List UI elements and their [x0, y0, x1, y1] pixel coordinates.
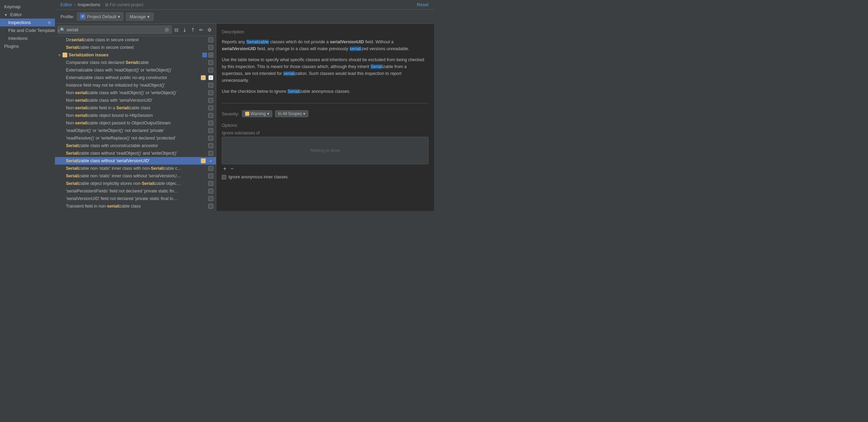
list-item[interactable]: Serializable class without 'readObject()… [55, 149, 216, 157]
item-text: Non-serializable object bound to HttpSes… [66, 113, 207, 118]
item-checkbox[interactable] [208, 181, 213, 186]
list-item[interactable]: Serializable object implicitly stores no… [55, 180, 216, 187]
list-item[interactable]: Serializable class in secure context [55, 44, 216, 51]
item-checkbox[interactable] [208, 151, 213, 156]
selected-list-item[interactable]: Serializable class without 'serialVersio… [55, 157, 216, 165]
item-checkbox[interactable] [208, 37, 213, 42]
sidebar-item-plugins[interactable]: Plugins [0, 42, 55, 50]
sidebar-item-file-code-templates-label: File and Code Templates [8, 28, 58, 33]
profile-dropdown[interactable]: P Project Default ▾ [77, 12, 123, 21]
sidebar-item-inspections[interactable]: Inspections ⎘ [0, 19, 55, 26]
category-severity-badge [202, 53, 207, 57]
highlight-serializable: Serializable [246, 40, 269, 44]
item-checkbox[interactable] [208, 98, 213, 103]
list-item[interactable]: Transient field in non-serializable clas… [55, 202, 216, 210]
category-minus-btn[interactable]: − [208, 53, 213, 57]
scope-value: In All Scopes [278, 111, 302, 116]
item-text: Non-serializable class with 'serialVersi… [66, 98, 207, 103]
profile-chevron-icon: ▾ [118, 14, 120, 19]
remove-button[interactable]: − [229, 166, 235, 172]
item-checkbox[interactable] [208, 113, 213, 118]
list-item[interactable]: Instance field may not be initialized by… [55, 81, 216, 89]
list-item[interactable]: Serializable non-'static' inner class wi… [55, 172, 216, 180]
item-checkbox[interactable] [208, 143, 213, 148]
item-checkbox[interactable] [208, 83, 213, 88]
manage-label: Manage [130, 14, 146, 19]
ignore-anonymous-checkbox[interactable] [222, 175, 226, 179]
add-button[interactable]: + [222, 166, 228, 172]
sidebar-item-plugins-label: Plugins [4, 44, 19, 49]
item-text: Non-serializable field in a Serializable… [66, 106, 207, 110]
list-item[interactable]: Externalizable class without public no-a… [55, 74, 216, 81]
list-item[interactable]: Non-serializable object passed to Object… [55, 119, 216, 127]
item-checkbox[interactable] [208, 106, 213, 110]
item-text: Serializable non-'static' inner class wi… [66, 174, 207, 178]
category-label: Serialization issues [69, 53, 202, 57]
list-item[interactable]: Transient field is not initialized on de… [55, 210, 216, 211]
expand-all-icon[interactable]: ⤓ [181, 26, 188, 33]
item-text: 'serialVersionUID' field not declared 'p… [66, 196, 207, 201]
item-checkbox[interactable] [208, 90, 213, 95]
scope-dropdown[interactable]: In All Scopes ▾ [275, 110, 308, 117]
item-text: 'serialPersistentFields' field not decla… [66, 189, 207, 193]
search-icon: 🔍 [60, 27, 65, 32]
sidebar-item-intentions-label: Intentions [8, 36, 27, 41]
item-checkbox[interactable] [208, 128, 213, 133]
item-checkbox[interactable] [208, 121, 213, 125]
filter-icon[interactable]: ⊟ [173, 26, 180, 33]
sidebar-item-editor[interactable]: ▼ Editor [0, 11, 55, 19]
item-checkbox[interactable] [208, 45, 213, 50]
list-item[interactable]: 'readObject()' or 'writeObject()' not de… [55, 127, 216, 134]
item-checkbox[interactable] [208, 166, 213, 171]
clear-search-icon[interactable]: ✕ [164, 27, 169, 32]
item-checkbox[interactable] [208, 204, 213, 209]
add-remove-row: + − [222, 166, 429, 172]
collapse-all-icon[interactable]: ⤒ [190, 26, 196, 33]
serialization-issues-category[interactable]: ▼ Serialization issues − [55, 51, 216, 59]
item-checkbox[interactable]: ✓ [208, 75, 213, 80]
item-checkbox[interactable] [208, 189, 213, 193]
list-item[interactable]: Deserializable class in secure context [55, 36, 216, 44]
item-checkbox[interactable] [208, 60, 213, 65]
item-text: Serializable non-'static' inner class wi… [66, 166, 207, 171]
description-paragraph1: Reports any Serializable classes which d… [222, 38, 429, 52]
list-item[interactable]: 'serialVersionUID' field not declared 'p… [55, 195, 216, 202]
item-text: Comparator class not declared Serializab… [66, 60, 207, 65]
list-item[interactable]: Non-serializable field in a Serializable… [55, 104, 216, 112]
list-item[interactable]: Non-serializable class with 'serialVersi… [55, 97, 216, 104]
reset-button[interactable]: Reset [417, 2, 429, 7]
sidebar: Keymap ▼ Editor Inspections ⎘ File and C… [0, 0, 55, 211]
list-item[interactable]: Serializable non-'static' inner class wi… [55, 165, 216, 172]
item-text: Externalizable class without public no-a… [66, 75, 199, 80]
item-checkbox[interactable] [208, 136, 213, 141]
header-bar: Editor › Inspections ⊞ For current proje… [55, 0, 434, 10]
item-checkbox[interactable] [208, 196, 213, 201]
item-checkbox[interactable]: ✓ [208, 158, 213, 163]
severity-dropdown[interactable]: Warning ▾ [242, 110, 272, 117]
item-text: Serializable class with unconstructable … [66, 143, 207, 148]
list-item[interactable]: Comparator class not declared Serializab… [55, 59, 216, 66]
manage-button[interactable]: Manage ▾ [126, 13, 153, 21]
search-input[interactable] [67, 27, 163, 32]
search-toolbar-icons: ⊟ ⤓ ⤒ ✏ ⚙ [173, 26, 213, 33]
settings-icon[interactable]: ⚙ [206, 26, 213, 33]
list-item[interactable]: Non-serializable class with 'readObject(… [55, 89, 216, 97]
description-paragraph3: Use the checkbox below to ignore Seriali… [222, 88, 429, 95]
breadcrumb-editor[interactable]: Editor [60, 2, 72, 7]
list-item[interactable]: Non-serializable object bound to HttpSes… [55, 112, 216, 119]
item-checkbox[interactable] [208, 68, 213, 73]
list-item[interactable]: 'serialPersistentFields' field not decla… [55, 187, 216, 195]
sidebar-item-keymap[interactable]: Keymap [0, 3, 55, 11]
list-item[interactable]: 'readResolve()' or 'writeReplace()' not … [55, 134, 216, 142]
category-severity-icon [62, 53, 67, 57]
edit-icon[interactable]: ✏ [198, 26, 205, 33]
item-checkbox[interactable] [208, 174, 213, 178]
copy-icon-inspections: ⎘ [48, 21, 51, 25]
content-area: 🔍 ✕ ⊟ ⤓ ⤒ ✏ ⚙ Deserializable class in se… [55, 24, 434, 211]
list-item[interactable]: Externalizable class with 'readObject()'… [55, 66, 216, 74]
sidebar-item-file-code-templates[interactable]: File and Code Templates ⎘ [0, 26, 55, 34]
sidebar-item-intentions[interactable]: Intentions [0, 34, 55, 42]
ignore-anonymous-label: Ignore anonymous inner classes [228, 175, 288, 179]
list-item[interactable]: Serializable class with unconstructable … [55, 142, 216, 149]
description-paragraph2: Use the table below to specify what spec… [222, 56, 429, 84]
